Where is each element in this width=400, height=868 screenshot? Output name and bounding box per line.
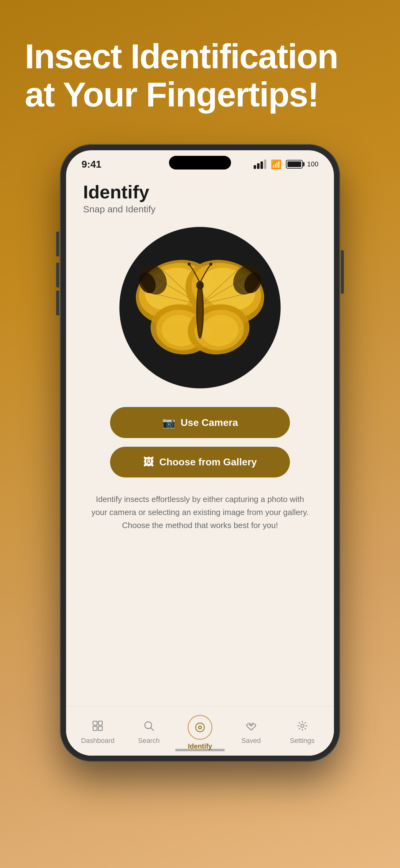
- tab-settings[interactable]: Settings: [276, 720, 328, 745]
- tab-search-label: Search: [138, 737, 160, 745]
- identify-icon-wrapper: [188, 715, 212, 740]
- tab-bar: Dashboard Search: [66, 706, 334, 755]
- app-header: Identify Snap and Identify: [66, 175, 334, 218]
- tab-identify[interactable]: Identify: [174, 715, 226, 750]
- svg-point-25: [188, 262, 191, 266]
- use-camera-button[interactable]: 📷 Use Camera: [110, 407, 290, 438]
- tab-dashboard-label: Dashboard: [81, 737, 115, 745]
- gallery-button-label: Choose from Gallery: [159, 456, 257, 468]
- battery-icon: 100: [286, 160, 319, 168]
- saved-icon: [245, 720, 257, 734]
- butterfly-circle: [120, 227, 280, 389]
- hero-section: Insect Identification at Your Fingertips…: [0, 0, 400, 132]
- svg-line-33: [151, 728, 154, 731]
- app-subtitle: Snap and Identify: [83, 204, 317, 215]
- camera-icon: 📷: [162, 416, 175, 429]
- svg-point-37: [301, 724, 304, 727]
- svg-rect-28: [93, 721, 97, 725]
- wifi-icon: 📶: [271, 159, 281, 169]
- tab-search[interactable]: Search: [124, 720, 174, 745]
- phone-screen: 9:41 📶 100: [66, 150, 334, 755]
- tab-saved[interactable]: Saved: [226, 720, 276, 745]
- app-title: Identify: [83, 181, 317, 203]
- status-bar: 9:41 📶 100: [66, 150, 334, 175]
- camera-button-label: Use Camera: [181, 417, 238, 428]
- hero-title: Insect Identification at Your Fingertips…: [25, 37, 375, 114]
- svg-rect-29: [98, 721, 102, 725]
- butterfly-image: [135, 252, 265, 364]
- status-icons: 📶 100: [254, 159, 319, 169]
- signal-icon: [254, 160, 266, 169]
- phone-frame: 9:41 📶 100: [61, 145, 339, 761]
- tab-settings-label: Settings: [290, 737, 315, 745]
- svg-rect-31: [98, 726, 102, 731]
- home-indicator: [175, 749, 225, 751]
- description-text: Identify insects effortlessly by either …: [66, 487, 334, 538]
- settings-icon: [297, 720, 308, 734]
- phone-container: 9:41 📶 100: [61, 145, 339, 868]
- svg-point-36: [199, 726, 201, 728]
- svg-rect-30: [93, 726, 97, 731]
- status-time: 9:41: [81, 159, 101, 170]
- tab-dashboard[interactable]: Dashboard: [72, 720, 124, 745]
- svg-point-23: [198, 284, 202, 337]
- svg-point-26: [209, 262, 212, 266]
- tab-saved-label: Saved: [241, 737, 261, 745]
- action-buttons: 📷 Use Camera 🖼 Choose from Gallery: [66, 398, 334, 487]
- gallery-icon: 🖼: [143, 456, 154, 468]
- search-icon: [143, 720, 155, 734]
- dynamic-island: [169, 156, 231, 169]
- dashboard-icon: [92, 720, 103, 734]
- choose-gallery-button[interactable]: 🖼 Choose from Gallery: [110, 447, 290, 477]
- battery-level: 100: [307, 160, 319, 168]
- butterfly-section: [66, 218, 334, 398]
